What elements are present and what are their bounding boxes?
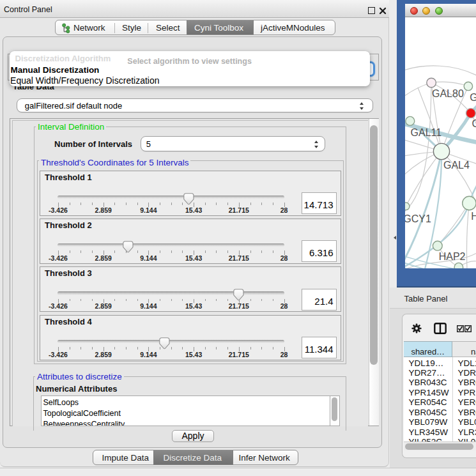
- svg-text:C: C: [472, 118, 476, 129]
- svg-text:HAP2: HAP2: [438, 251, 465, 262]
- svg-text:GAL11: GAL11: [410, 127, 441, 138]
- svg-text:GCY1: GCY1: [405, 213, 431, 224]
- svg-text:GAL4: GAL4: [443, 160, 470, 171]
- svg-text:GAL80: GAL80: [432, 88, 464, 99]
- svg-text:H: H: [471, 211, 476, 222]
- svg-text:G...: G...: [470, 92, 476, 103]
